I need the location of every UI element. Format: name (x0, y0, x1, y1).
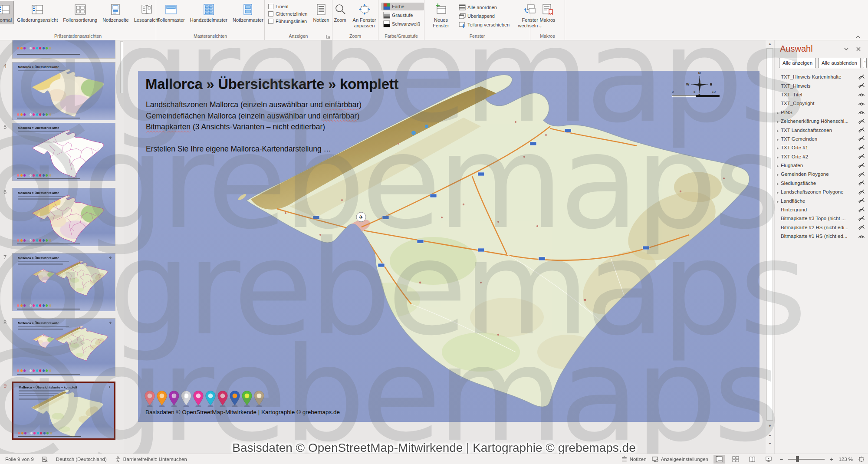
map-pin-icon[interactable] (193, 390, 204, 408)
previous-slide-button[interactable]: ⏶ (766, 432, 773, 439)
selection-pane-item[interactable]: TXT_Titel (775, 90, 868, 99)
move-split-button[interactable]: Teilung verschieben (457, 21, 512, 29)
guides-checkbox[interactable] (268, 19, 273, 24)
selection-pane-item[interactable]: Gemeinden Ploygone (775, 170, 868, 178)
selection-pane-item[interactable]: TXT Orte #1 (775, 143, 868, 152)
visibility-eye-button[interactable] (855, 92, 868, 97)
slide-thumbnail[interactable]: 6 Mallorca » Übersichtskarte ✛ (12, 188, 115, 246)
spelling-check-button[interactable] (42, 456, 48, 463)
map-pin-icon[interactable] (253, 390, 265, 408)
slide-thumbnail[interactable]: 8 Mallorca » Übersichtskarte ✛ (12, 318, 115, 376)
hide-all-button[interactable]: Alle ausblenden (818, 58, 861, 68)
editor-scrollbar[interactable]: ▲ ▼ ⏶ ⏷ (766, 40, 774, 454)
slide-sorter-button[interactable]: Foliensortierung (61, 1, 99, 24)
notes-page-button[interactable]: Notizenseite (100, 1, 131, 24)
slideshow-toggle[interactable] (763, 455, 774, 464)
expand-arrow-icon[interactable] (775, 197, 781, 205)
thumbnail-scrollbar[interactable] (120, 41, 124, 453)
reading-view-toggle[interactable] (746, 455, 758, 464)
selection-pane-item[interactable]: PINS (775, 108, 868, 117)
expand-arrow-icon[interactable] (775, 153, 781, 161)
macros-button[interactable]: Makros (537, 1, 557, 24)
arrange-all-button[interactable]: Alle anordnen (457, 3, 512, 11)
expand-arrow-icon[interactable] (775, 144, 781, 151)
zoom-out-button[interactable]: − (779, 456, 783, 463)
selection-pane-item[interactable]: Siedlungsfläche (775, 179, 868, 188)
map-pin-icon[interactable] (241, 390, 253, 408)
handout-master-button[interactable]: Handzettelmaster (188, 1, 230, 24)
slide-thumbnail[interactable]: 5 Mallorca » Übersichtskarte ✛ (12, 123, 115, 181)
normal-view-button[interactable]: Normal (0, 1, 14, 24)
expand-arrow-icon[interactable] (775, 161, 781, 169)
expand-arrow-icon[interactable] (775, 188, 781, 196)
slide-sorter-toggle[interactable] (730, 455, 741, 464)
bring-forward-button[interactable]: ⌃ (863, 58, 867, 68)
dialog-launcher-icon[interactable] (326, 34, 331, 39)
notes-button[interactable]: Notizen (311, 1, 331, 24)
cascade-button[interactable]: Überlappend (457, 12, 512, 20)
visibility-eye-button[interactable] (855, 216, 868, 221)
map-pin-icon[interactable] (229, 390, 240, 408)
zoom-slider[interactable] (788, 455, 825, 464)
fit-slide-button[interactable] (858, 456, 865, 462)
slide-canvas[interactable]: Mallorca » Übersichtskarte » komplett La… (138, 71, 760, 422)
color-button[interactable]: Farbe (381, 3, 424, 10)
ruler-checkbox-row[interactable]: Lineal (268, 4, 307, 9)
selection-pane-item[interactable]: Hintergrund (775, 205, 868, 214)
visibility-eye-button[interactable] (855, 154, 868, 159)
map-pin-icon[interactable] (205, 390, 216, 408)
visibility-eye-button[interactable] (855, 74, 868, 80)
expand-arrow-icon[interactable] (775, 179, 781, 187)
selection-pane-item[interactable]: TXT Orte #2 (775, 152, 868, 161)
next-slide-button[interactable]: ⏷ (766, 441, 773, 447)
selection-pane-item[interactable]: Flughafen (775, 161, 868, 170)
selection-pane-item[interactable]: TXT Landschaftszonen (775, 125, 868, 134)
visibility-eye-button[interactable] (855, 180, 868, 186)
visibility-eye-button[interactable] (855, 198, 868, 204)
selection-pane-item[interactable]: Bitmapkarte #2 HS (nicht edi... (775, 223, 868, 232)
map-pin-icon[interactable] (156, 390, 168, 408)
selection-pane-item[interactable]: Zeichenerklärung Höhenschi... (775, 117, 868, 125)
slide-credit-text[interactable]: Basisdaten © OpenStreetMap-Mitwirkende |… (145, 409, 340, 415)
visibility-eye-button[interactable] (855, 207, 868, 213)
slide-thumbnail[interactable]: 4 Mallorca » Übersichtskarte ✛ (12, 62, 115, 120)
map-pin-icon[interactable] (181, 390, 192, 408)
selection-pane-item[interactable]: TXT_Copyright (775, 99, 868, 108)
slide-thumbnail[interactable]: 7 Mallorca » Übersichtskarte ✛ (12, 253, 115, 311)
zoom-button[interactable]: Zoom (332, 1, 349, 24)
accessibility-checker[interactable]: Barrierefreiheit: Untersuchen (115, 456, 187, 463)
selection-pane-item[interactable]: Bitmapkarte #3 Topo (nicht ... (775, 214, 868, 223)
map-pin-icon[interactable] (217, 390, 228, 408)
gridlines-checkbox[interactable] (268, 11, 273, 16)
visibility-eye-button[interactable] (855, 101, 868, 106)
map-pin-icon[interactable] (168, 390, 180, 408)
black-white-button[interactable]: Schwarzweiß (381, 20, 424, 28)
expand-arrow-icon[interactable] (775, 126, 781, 134)
grayscale-button[interactable]: Graustufe (381, 11, 424, 19)
visibility-eye-button[interactable] (855, 189, 868, 195)
zoom-in-button[interactable]: + (830, 456, 833, 463)
notes-master-button[interactable]: Notizenmaster (230, 1, 266, 24)
visibility-eye-button[interactable] (855, 163, 868, 168)
visibility-eye-button[interactable] (855, 118, 868, 124)
map-pin-icon[interactable] (144, 390, 155, 408)
visibility-eye-button[interactable] (855, 145, 868, 151)
expand-arrow-icon[interactable] (775, 117, 781, 125)
expand-arrow-icon[interactable] (775, 109, 781, 116)
mallorca-map[interactable]: ✈ (238, 74, 752, 411)
slide-thumbnail[interactable]: 9 Mallorca » Übersichtskarte » komplett … (12, 382, 115, 440)
fit-to-window-button[interactable]: An Fenster anpassen (350, 1, 379, 30)
visibility-eye-button[interactable] (855, 234, 868, 239)
visibility-eye-button[interactable] (855, 136, 868, 142)
language-indicator[interactable]: Deutsch (Deutschland) (56, 457, 107, 462)
map-pins-row[interactable] (144, 390, 265, 408)
pane-dropdown-chevron-icon[interactable] (843, 46, 850, 53)
scrollbar-thumb[interactable] (766, 48, 773, 421)
pane-close-icon[interactable] (855, 46, 862, 53)
zoom-slider-thumb[interactable] (796, 456, 799, 462)
outline-view-button[interactable]: Gliederungsansicht (15, 1, 60, 24)
zoom-level[interactable]: 123 % (838, 457, 853, 462)
selection-pane-item[interactable]: TXT_Hinweis (775, 81, 868, 90)
thumbnail-slide-3-partial[interactable] (12, 40, 115, 59)
slide-master-button[interactable]: Folienmaster (155, 1, 187, 24)
